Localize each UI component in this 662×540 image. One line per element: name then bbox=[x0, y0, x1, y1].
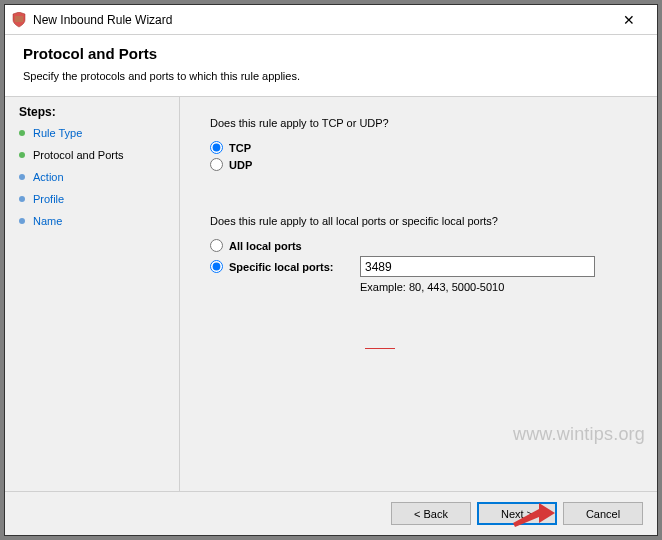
step-profile[interactable]: Profile bbox=[19, 193, 167, 205]
specific-ports-option[interactable]: Specific local ports: bbox=[210, 256, 635, 277]
step-label[interactable]: Action bbox=[33, 171, 64, 183]
svg-rect-0 bbox=[15, 16, 23, 22]
step-label[interactable]: Profile bbox=[33, 193, 64, 205]
tcp-radio[interactable] bbox=[210, 141, 223, 154]
specific-ports-radio[interactable] bbox=[210, 260, 223, 273]
bullet-icon bbox=[19, 174, 25, 180]
page-header: Protocol and Ports Specify the protocols… bbox=[5, 35, 657, 97]
page-subtitle: Specify the protocols and ports to which… bbox=[23, 70, 639, 82]
tcp-option[interactable]: TCP bbox=[210, 141, 635, 154]
protocol-question: Does this rule apply to TCP or UDP? bbox=[210, 117, 635, 129]
page-title: Protocol and Ports bbox=[23, 45, 639, 62]
body: Steps: Rule Type Protocol and Ports Acti… bbox=[5, 97, 657, 491]
bullet-icon bbox=[19, 196, 25, 202]
cancel-button[interactable]: Cancel bbox=[563, 502, 643, 525]
bullet-icon bbox=[19, 218, 25, 224]
steps-sidebar: Steps: Rule Type Protocol and Ports Acti… bbox=[5, 97, 180, 491]
step-label[interactable]: Rule Type bbox=[33, 127, 82, 139]
bullet-icon bbox=[19, 130, 25, 136]
port-input[interactable] bbox=[360, 256, 595, 277]
step-rule-type[interactable]: Rule Type bbox=[19, 127, 167, 139]
titlebar: New Inbound Rule Wizard ✕ bbox=[5, 5, 657, 35]
udp-option[interactable]: UDP bbox=[210, 158, 635, 171]
all-ports-option[interactable]: All local ports bbox=[210, 239, 635, 252]
step-action[interactable]: Action bbox=[19, 171, 167, 183]
button-footer: < Back Next > Cancel bbox=[5, 491, 657, 535]
all-ports-radio[interactable] bbox=[210, 239, 223, 252]
back-button[interactable]: < Back bbox=[391, 502, 471, 525]
ports-question: Does this rule apply to all local ports … bbox=[210, 215, 635, 227]
wizard-dialog: New Inbound Rule Wizard ✕ Protocol and P… bbox=[4, 4, 658, 536]
step-protocol-ports: Protocol and Ports bbox=[19, 149, 167, 161]
step-label: Protocol and Ports bbox=[33, 149, 124, 161]
step-name[interactable]: Name bbox=[19, 215, 167, 227]
annotation-underline bbox=[365, 348, 395, 349]
main-content: Does this rule apply to TCP or UDP? TCP … bbox=[180, 97, 657, 491]
udp-radio[interactable] bbox=[210, 158, 223, 171]
tcp-label: TCP bbox=[229, 142, 251, 154]
app-icon bbox=[11, 12, 27, 28]
next-button[interactable]: Next > bbox=[477, 502, 557, 525]
udp-label: UDP bbox=[229, 159, 252, 171]
all-ports-label: All local ports bbox=[229, 240, 302, 252]
step-label[interactable]: Name bbox=[33, 215, 62, 227]
bullet-icon bbox=[19, 152, 25, 158]
close-button[interactable]: ✕ bbox=[609, 12, 649, 28]
steps-heading: Steps: bbox=[19, 105, 167, 119]
port-example: Example: 80, 443, 5000-5010 bbox=[360, 281, 635, 293]
specific-ports-label: Specific local ports: bbox=[229, 261, 334, 273]
window-title: New Inbound Rule Wizard bbox=[33, 13, 609, 27]
